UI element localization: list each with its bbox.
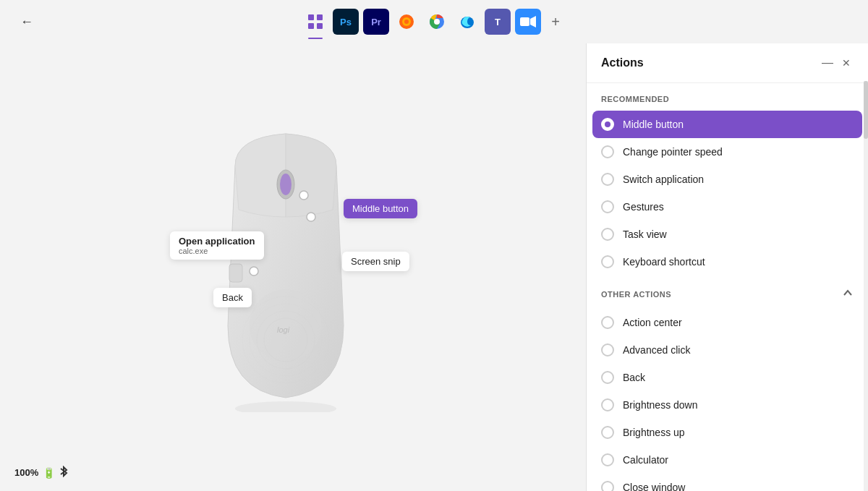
action-item-middle-button[interactable]: Middle button — [592, 111, 862, 138]
app-icon-grid[interactable] — [302, 9, 328, 35]
battery-icon: 🔋 — [43, 467, 55, 479]
app-icon-zoom[interactable] — [515, 9, 541, 35]
svg-rect-10 — [520, 17, 529, 26]
grid-icon — [307, 14, 323, 30]
action-item-gestures[interactable]: Gestures — [587, 193, 868, 221]
pr-label: Pr — [371, 17, 381, 27]
svg-point-26 — [307, 213, 315, 221]
canvas-area: logi Middle button Screen snip — [0, 43, 586, 491]
app-icon-chrome[interactable] — [424, 9, 450, 35]
svg-rect-2 — [308, 23, 314, 29]
action-item-action-center[interactable]: Action center — [587, 309, 868, 336]
bluetooth-icon — [59, 466, 68, 479]
action-label-calculator: Calculator — [623, 454, 668, 466]
chevron-up-icon — [842, 287, 854, 299]
action-label-brightness-down: Brightness down — [623, 399, 698, 411]
chrome-icon — [427, 12, 446, 31]
minimize-button[interactable]: — — [819, 54, 836, 72]
svg-rect-15 — [229, 264, 242, 282]
radio-change-pointer-speed — [601, 145, 614, 158]
radio-task-view — [601, 228, 614, 241]
edge-icon — [458, 12, 477, 31]
action-item-keyboard-shortcut[interactable]: Keyboard shortcut — [587, 248, 868, 276]
mouse-illustration: logi Middle button Screen snip — [170, 94, 416, 441]
action-label-switch-application: Switch application — [623, 174, 704, 185]
action-label-gestures: Gestures — [623, 201, 664, 213]
open-application-text: Open application — [179, 236, 255, 247]
svg-rect-3 — [317, 23, 323, 29]
close-button[interactable]: ✕ — [839, 54, 854, 72]
panel-body: RECOMMENDED Middle button Change pointer… — [587, 83, 868, 491]
middle-button-label[interactable]: Middle button — [344, 199, 417, 218]
radio-advanced-click — [601, 343, 614, 356]
screen-snip-label[interactable]: Screen snip — [342, 252, 409, 271]
action-label-keyboard-shortcut: Keyboard shortcut — [623, 256, 705, 268]
radio-gestures — [601, 200, 614, 213]
add-app-button[interactable]: + — [545, 12, 566, 32]
action-item-change-pointer-speed[interactable]: Change pointer speed — [587, 138, 868, 166]
open-application-subtitle: calc.exe — [179, 247, 255, 255]
app-icon-pr[interactable]: Pr — [363, 9, 389, 35]
svg-point-8 — [434, 19, 440, 25]
app-icons-bar: Ps Pr — [302, 9, 566, 35]
action-item-calculator[interactable]: Calculator — [587, 446, 868, 474]
radio-keyboard-shortcut — [601, 255, 614, 268]
action-item-close-window[interactable]: Close window — [587, 474, 868, 491]
teams-label: T — [495, 17, 501, 27]
action-item-task-view[interactable]: Task view — [587, 221, 868, 248]
svg-marker-11 — [530, 16, 536, 27]
back-label[interactable]: Back — [213, 288, 252, 307]
collapse-other-actions-button[interactable] — [842, 287, 854, 302]
radio-brightness-down — [601, 398, 614, 411]
radio-middle-button — [601, 118, 614, 131]
back-button[interactable]: ← — [14, 12, 39, 33]
radio-back — [601, 371, 614, 384]
action-item-brightness-down[interactable]: Brightness down — [587, 391, 868, 419]
panel-header: Actions — ✕ — [587, 43, 868, 83]
radio-switch-application — [601, 173, 614, 186]
action-item-switch-application[interactable]: Switch application — [587, 166, 868, 193]
action-item-back[interactable]: Back — [587, 364, 868, 391]
action-label-advanced-click: Advanced click — [623, 344, 690, 356]
open-application-label[interactable]: Open application calc.exe — [170, 231, 264, 260]
app-icon-ps[interactable]: Ps — [333, 9, 359, 35]
main-area: logi Middle button Screen snip — [0, 43, 868, 491]
svg-point-6 — [404, 20, 409, 24]
recommended-section-label: RECOMMENDED — [587, 95, 868, 111]
svg-point-22 — [235, 401, 336, 412]
svg-text:logi: logi — [277, 325, 290, 334]
radio-close-window — [601, 481, 614, 491]
svg-point-24 — [250, 267, 258, 276]
panel-title: Actions — [601, 56, 644, 69]
radio-calculator — [601, 453, 614, 466]
app-icon-firefox[interactable] — [393, 9, 420, 35]
action-item-advanced-click[interactable]: Advanced click — [587, 336, 868, 364]
scrollbar-thumb[interactable] — [864, 81, 868, 139]
zoom-icon — [520, 16, 536, 27]
firefox-icon — [397, 12, 416, 31]
svg-rect-0 — [308, 14, 314, 20]
right-panel: Actions — ✕ RECOMMENDED Middle button Ch… — [586, 43, 868, 491]
action-label-back: Back — [623, 372, 645, 383]
status-bar: 100% 🔋 — [14, 466, 68, 479]
action-label-middle-button: Middle button — [623, 119, 684, 130]
radio-brightness-up — [601, 426, 614, 439]
app-icon-teams[interactable]: T — [485, 9, 511, 35]
svg-rect-1 — [317, 14, 323, 20]
panel-controls: — ✕ — [819, 54, 854, 72]
other-actions-header: OTHER ACTIONS — [587, 276, 868, 309]
action-label-brightness-up: Brightness up — [623, 427, 685, 438]
toolbar: ← Ps Pr — [0, 0, 868, 43]
battery-percent: 100% — [14, 467, 38, 478]
action-label-task-view: Task view — [623, 229, 667, 240]
svg-point-25 — [299, 191, 308, 200]
radio-action-center — [601, 316, 614, 329]
app-icon-edge[interactable] — [454, 9, 480, 35]
action-label-close-window: Close window — [623, 482, 685, 491]
ps-label: Ps — [340, 17, 352, 27]
other-actions-label: OTHER ACTIONS — [601, 290, 671, 299]
action-label-action-center: Action center — [623, 317, 682, 328]
action-item-brightness-up[interactable]: Brightness up — [587, 419, 868, 446]
svg-point-13 — [280, 174, 292, 195]
action-label-change-pointer-speed: Change pointer speed — [623, 146, 723, 158]
